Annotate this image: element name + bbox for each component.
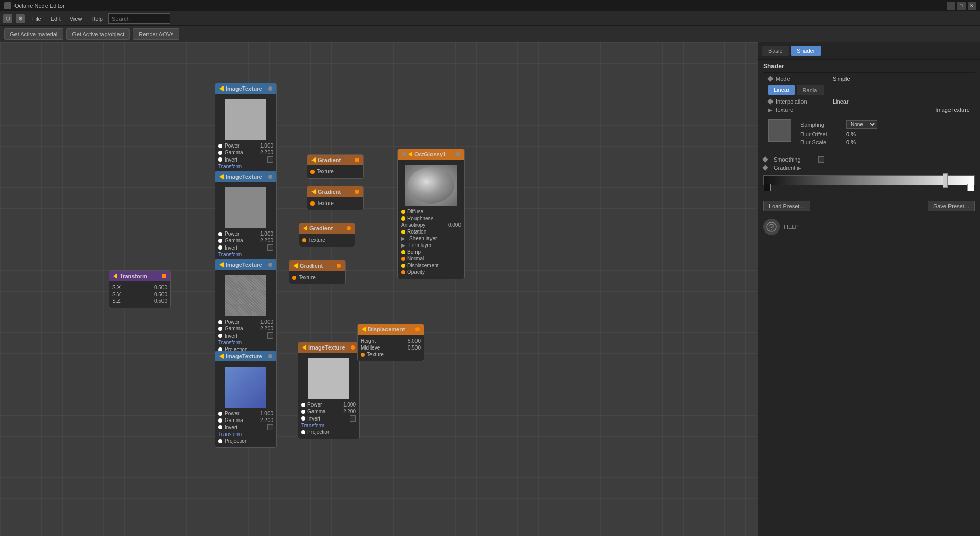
img-tex-2-power-socket[interactable] (218, 232, 222, 236)
img-tex-2-body: Power 1.000 Gamma 2.200 Invert Transform (215, 182, 276, 268)
transform-node[interactable]: Transform S.X 0.500 S.Y 0.500 S.Z 0.500 (109, 270, 171, 308)
img-tex-3-transform-link[interactable]: Transform (218, 340, 242, 345)
img-tex-3-gamma-socket[interactable] (218, 327, 222, 331)
gradient-2-output-socket[interactable] (355, 190, 359, 194)
img-tex-2-output-socket[interactable] (268, 175, 272, 179)
img-tex-1-invert-socket[interactable] (218, 157, 222, 162)
img-tex-4-power-value: 1.000 (260, 411, 273, 416)
img-tex-5-power-socket[interactable] (301, 403, 305, 407)
img-tex-5-transform-link[interactable]: Transform (301, 423, 324, 428)
img-tex-5-projection-socket[interactable] (301, 430, 305, 434)
displacement-node[interactable]: Displacement Height 5.000 Mid leve 0.500… (357, 324, 424, 361)
texture-expand-row[interactable]: ▶ Texture ImageTexture (763, 106, 975, 114)
oct-glossy-node[interactable]: OctGlossy1 Diffuse Roughness Anisotropy … (397, 149, 465, 279)
oct-glossy-bump-socket[interactable] (401, 250, 405, 254)
transform-output-socket[interactable] (162, 274, 166, 278)
img-tex-5-gamma-socket[interactable] (301, 410, 305, 414)
image-texture-node-3[interactable]: ImageTexture Power 1.000 Gamma 2.200 Inv (215, 259, 277, 356)
gradient-1-output-socket[interactable] (355, 158, 359, 162)
image-texture-node-2[interactable]: ImageTexture Power 1.000 Gamma 2.200 Inv (215, 171, 277, 268)
render-aovs-button[interactable]: Render AOVs (133, 28, 179, 40)
img-tex-5-invert-checkbox[interactable] (350, 415, 356, 422)
oct-glossy-opacity-socket[interactable] (401, 270, 405, 274)
oct-glossy-diffuse-socket[interactable] (401, 210, 405, 214)
gradient-node-4[interactable]: Gradient Texture (289, 260, 346, 284)
tab-shader[interactable]: Shader (791, 46, 821, 56)
get-active-material-button[interactable]: Get Active material (4, 28, 63, 40)
interpolation-type-buttons: Linear Radial (763, 83, 975, 97)
search-input[interactable] (108, 13, 170, 24)
close-button[interactable]: ✕ (968, 2, 976, 10)
img-tex-3-invert-socket[interactable] (218, 334, 222, 338)
gradient-stop-right[interactable] (967, 184, 974, 191)
transform-node-header: Transform (109, 271, 170, 281)
img-tex-1-power-socket[interactable] (218, 144, 222, 148)
img-tex-4-invert-socket[interactable] (218, 425, 222, 429)
img-tex-4-transform-link[interactable]: Transform (218, 431, 242, 437)
gradient-3-texture-socket[interactable] (302, 238, 306, 242)
image-texture-node-1[interactable]: ImageTexture Power 1.000 Gamma 2.200 Inv (215, 83, 277, 180)
img-tex-2-invert-socket[interactable] (218, 245, 222, 250)
menu-help[interactable]: Help (87, 14, 107, 23)
save-preset-button[interactable]: Save Preset... (928, 201, 975, 211)
minimize-button[interactable]: ─ (947, 2, 955, 10)
img-tex-5-output-socket[interactable] (351, 345, 355, 350)
displacement-height-row: Height 5.000 (360, 338, 422, 344)
gradient-marker[interactable] (943, 173, 948, 188)
gradient-4-texture-socket[interactable] (292, 276, 296, 280)
image-texture-node-4[interactable]: ImageTexture Power 1.000 Gamma 2.200 Inv (215, 351, 277, 448)
oct-glossy-roughness-socket[interactable] (401, 216, 405, 221)
oct-glossy-diffuse-row: Diffuse (400, 208, 462, 215)
oct-glossy-rotation-socket[interactable] (401, 230, 405, 234)
load-preset-button[interactable]: Load Preset... (763, 201, 810, 211)
settings-icon[interactable]: ⚙ (16, 14, 25, 23)
img-tex-4-invert-checkbox[interactable] (267, 424, 273, 430)
sampling-select[interactable]: None Bilinear Bicubic (846, 120, 877, 129)
img-tex-2-transform-link[interactable]: Transform (218, 252, 242, 257)
gradient-stop-left[interactable] (764, 184, 771, 191)
help-icon[interactable] (763, 219, 780, 235)
sampling-row: Sampling None Bilinear Bicubic (795, 119, 970, 130)
gradient-node-2[interactable]: Gradient Texture (307, 186, 364, 210)
oct-glossy-normal-socket[interactable] (401, 257, 405, 261)
gradient-4-output-socket[interactable] (337, 264, 341, 268)
img-tex-3-output-socket[interactable] (268, 263, 272, 267)
menu-file[interactable]: File (28, 14, 46, 23)
gradient-expand-row[interactable]: Gradient ▶ (758, 164, 980, 172)
oct-glossy-displacement-row: Displacement (400, 262, 462, 269)
menu-edit[interactable]: Edit (47, 14, 65, 23)
oct-glossy-input-socket[interactable] (402, 152, 406, 156)
gradient-2-texture-socket[interactable] (310, 201, 315, 206)
img-tex-1-invert-checkbox[interactable] (267, 156, 273, 163)
gradient-node-3[interactable]: Gradient Texture (299, 223, 355, 247)
img-tex-4-output-socket[interactable] (268, 354, 272, 358)
img-tex-5-invert-socket[interactable] (301, 416, 305, 421)
gradient-bar[interactable] (763, 175, 975, 185)
img-tex-1-gamma-socket[interactable] (218, 151, 222, 155)
img-tex-2-gamma-socket[interactable] (218, 239, 222, 243)
img-tex-1-output-socket[interactable] (268, 86, 272, 91)
img-tex-3-power-socket[interactable] (218, 320, 222, 324)
maximize-button[interactable]: □ (957, 2, 966, 10)
oct-glossy-output-socket[interactable] (456, 152, 460, 156)
oct-glossy-displacement-socket[interactable] (401, 264, 405, 268)
menu-view[interactable]: View (66, 14, 86, 23)
tab-basic[interactable]: Basic (762, 46, 789, 56)
img-tex-3-invert-checkbox[interactable] (267, 332, 273, 339)
canvas-area[interactable]: Transform S.X 0.500 S.Y 0.500 S.Z 0.500 (0, 42, 758, 536)
img-tex-4-gamma-socket[interactable] (218, 418, 222, 423)
displacement-texture-socket[interactable] (361, 353, 365, 357)
displacement-output-socket[interactable] (415, 327, 420, 331)
gradient-node-1[interactable]: Gradient Texture (307, 154, 364, 179)
img-tex-4-power-socket[interactable] (218, 412, 222, 416)
img-tex-1-transform-link[interactable]: Transform (218, 164, 242, 169)
img-tex-2-invert-checkbox[interactable] (267, 244, 273, 251)
gradient-3-output-socket[interactable] (347, 226, 351, 230)
gradient-1-texture-socket[interactable] (310, 170, 315, 174)
smoothing-checkbox[interactable] (818, 156, 824, 163)
linear-button[interactable]: Linear (768, 85, 795, 95)
img-tex-4-projection-socket[interactable] (218, 439, 222, 443)
radial-button[interactable]: Radial (797, 85, 824, 95)
get-active-tag-button[interactable]: Get Active tag/object (66, 28, 130, 40)
image-texture-node-5[interactable]: ImageTexture Power 1.000 Gamma 2.200 Inv (298, 342, 360, 439)
